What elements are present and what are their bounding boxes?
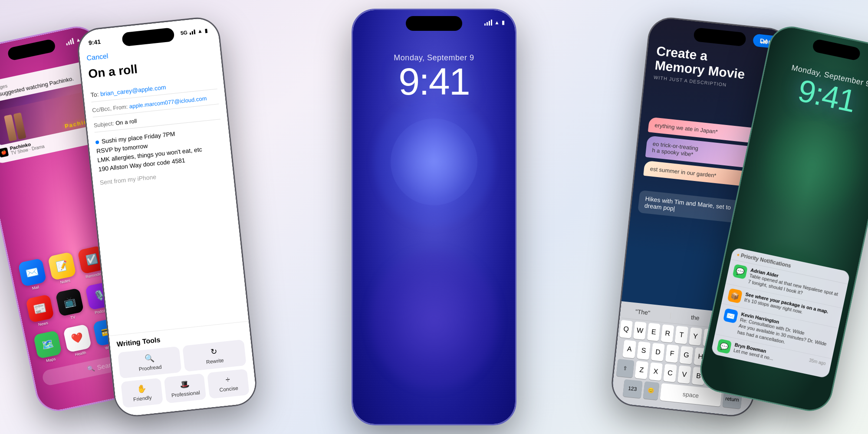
app-mail[interactable]: ✉️ Mail xyxy=(18,258,48,293)
status-icons-3: ▲ ▮ xyxy=(484,20,505,26)
app-health[interactable]: ❤️ Health xyxy=(63,324,93,358)
app-maps[interactable]: 🗺️ Maps xyxy=(33,330,63,365)
app-tv[interactable]: 📺 TV xyxy=(55,288,85,322)
email-dot xyxy=(95,140,99,144)
lock-time: 9:41 xyxy=(353,62,515,101)
health-icon: ❤️ xyxy=(63,324,92,352)
app-notes[interactable]: 📝 Notes xyxy=(48,252,78,286)
concise-label: Concise xyxy=(219,385,239,393)
sb-2 xyxy=(192,31,194,34)
sb3-4 xyxy=(491,20,492,26)
professional-icon: 🎩 xyxy=(179,379,190,390)
green-orb-top xyxy=(754,104,868,226)
rewrite-label: Rewrite xyxy=(206,357,224,365)
rewrite-button[interactable]: ↻ Rewrite xyxy=(182,339,246,372)
signal-bar-4 xyxy=(72,38,74,44)
key-c[interactable]: C xyxy=(663,364,677,382)
email-to-value: brian_carey@apple.com xyxy=(100,84,166,98)
key-t[interactable]: T xyxy=(675,326,688,345)
orb-glow xyxy=(391,118,477,205)
search-icon: 🔍 xyxy=(87,365,95,373)
battery-2: ▮ xyxy=(204,27,208,34)
key-r[interactable]: R xyxy=(661,324,674,343)
apple-icon: 🍎 xyxy=(0,149,7,155)
notif-avatar-2: 📦 xyxy=(727,288,743,304)
signal-5g: 5G xyxy=(180,30,187,36)
key-x[interactable]: X xyxy=(649,362,663,381)
notif-avatar-3: ✉️ xyxy=(723,308,739,324)
sb4-3 xyxy=(766,39,767,44)
notif-avatar-4: 💬 xyxy=(717,339,732,354)
notes-label: Notes xyxy=(60,278,71,285)
key-v[interactable]: V xyxy=(677,365,691,384)
sb3-2 xyxy=(487,22,488,26)
news-icon: 📰 xyxy=(26,294,54,323)
key-123[interactable]: 123 xyxy=(622,379,642,398)
signal-bars-4 xyxy=(761,39,767,44)
notes-icon: 📝 xyxy=(48,252,76,280)
key-z[interactable]: Z xyxy=(635,361,648,379)
signal-bar-2 xyxy=(68,41,70,45)
pred-divider-1: | xyxy=(669,312,672,319)
signal-bars-2 xyxy=(189,29,195,34)
concise-icon: ÷ xyxy=(225,375,230,385)
key-q[interactable]: Q xyxy=(619,320,633,339)
orb-bottom xyxy=(369,250,499,389)
mail-icon: ✉️ xyxy=(18,258,46,287)
proofread-icon: 🔍 xyxy=(144,353,155,364)
phone-3-screen: 9:41 ▲ ▮ Monday, September 9 xyxy=(353,10,515,424)
maps-icon: 🗺️ xyxy=(33,330,62,359)
tv-label: TV xyxy=(70,315,76,320)
news-label: News xyxy=(38,321,48,327)
email-body[interactable]: Sushi my place Friday 7PM RSVP by tomorr… xyxy=(95,125,225,174)
pred-2[interactable]: the xyxy=(690,314,700,322)
signal-bar-1 xyxy=(66,43,68,46)
sb3-1 xyxy=(484,23,486,26)
dynamic-island-3 xyxy=(406,16,462,31)
key-e[interactable]: E xyxy=(647,323,661,342)
proofread-button[interactable]: 🔍 Proofread xyxy=(118,346,181,379)
mail-label: Mail xyxy=(32,285,39,290)
key-shift[interactable]: ⇧ xyxy=(616,359,635,378)
wifi-3: ▲ xyxy=(494,20,500,26)
key-w[interactable]: W xyxy=(633,321,647,340)
status-time-2: 9:41 xyxy=(88,38,101,46)
sb4-1 xyxy=(761,41,763,43)
email-subject-value: On a roll xyxy=(115,118,137,126)
signal-bars-3 xyxy=(484,20,492,26)
priority-icon: ⭑ xyxy=(736,251,740,258)
key-y[interactable]: Y xyxy=(689,327,702,346)
notifications-panel: ⭑ Priority Notifications 💬 Adrian Alder … xyxy=(710,247,850,378)
pred-1[interactable]: "The" xyxy=(635,308,651,317)
friendly-button[interactable]: ✋ Friendly xyxy=(121,378,163,408)
key-s[interactable]: S xyxy=(637,342,651,360)
status-icons-2: 5G ▲ ▮ xyxy=(180,27,208,36)
tv-icon: 📺 xyxy=(55,288,84,316)
key-a[interactable]: A xyxy=(622,340,636,358)
key-d[interactable]: D xyxy=(651,343,665,362)
phone-3-center: 9:41 ▲ ▮ Monday, September 9 xyxy=(352,9,516,425)
rewrite-icon: ↻ xyxy=(210,347,217,357)
battery-3: ▮ xyxy=(502,20,505,26)
key-f[interactable]: F xyxy=(665,344,679,363)
sb4-2 xyxy=(763,40,765,43)
sb-3 xyxy=(194,29,195,34)
sb3-3 xyxy=(489,21,490,26)
app-news[interactable]: 📰 News xyxy=(26,294,56,329)
notif-avatar-1: 💬 xyxy=(733,264,748,279)
health-label: Health xyxy=(75,350,87,357)
friendly-icon: ✋ xyxy=(136,384,147,394)
apple-tv-icon: 🍎 xyxy=(0,147,9,158)
key-emoji[interactable]: 😊 xyxy=(643,381,659,400)
maps-label: Maps xyxy=(46,357,56,363)
friendly-label: Friendly xyxy=(133,395,152,402)
professional-button[interactable]: 🎩 Professional xyxy=(164,373,207,403)
sb-1 xyxy=(190,32,191,34)
wifi-2: ▲ xyxy=(197,28,203,34)
professional-label: Professional xyxy=(171,389,200,398)
key-g[interactable]: G xyxy=(680,346,694,365)
signal-bars-1 xyxy=(66,38,75,45)
concise-button[interactable]: ÷ Concise xyxy=(207,369,250,399)
proofread-label: Proofread xyxy=(138,364,162,372)
lock-screen-date: Monday, September 9 9:41 xyxy=(353,53,515,101)
